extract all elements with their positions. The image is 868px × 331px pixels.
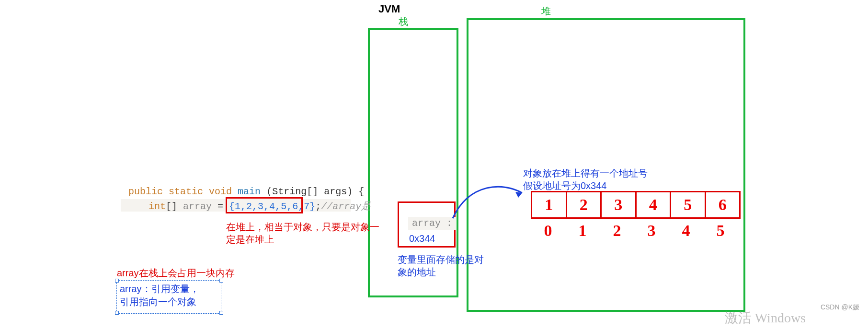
cell-2: 3 — [614, 196, 622, 214]
handle — [115, 279, 119, 283]
reference-dashed-box: array：引用变量， 引用指向一个对象 — [116, 280, 221, 314]
stack-store-2: 象的地址 — [398, 266, 436, 279]
idx-0: 0 — [544, 222, 552, 239]
csdn-watermark: CSDN @K嫒 — [821, 303, 859, 312]
handle — [219, 311, 223, 315]
windows-watermark: 激活 Windows — [725, 309, 806, 327]
brackets: [] — [166, 201, 177, 212]
ref-note-2: 引用指向一个对象 — [120, 296, 218, 308]
idx-4: 4 — [682, 222, 690, 239]
close-brace: } — [309, 201, 315, 212]
type-int: int — [148, 201, 166, 212]
jvm-label: JVM — [378, 3, 400, 15]
kw-void: void — [209, 186, 232, 197]
cell-0: 1 — [545, 196, 553, 214]
idx-1: 1 — [579, 222, 587, 239]
heap-obj-note-2: 假设地址号为0x344 — [523, 179, 607, 192]
heap-obj-note-1: 对象放在堆上得有一个地址号 — [523, 167, 648, 180]
idx-2: 2 — [613, 222, 621, 239]
var-array: array — [183, 201, 212, 212]
params: (String[] args) { — [266, 186, 364, 197]
heap-index-row: 0 1 2 3 4 5 — [531, 222, 738, 240]
stack-store-1: 变量里面存储的是对 — [398, 253, 484, 266]
comment: //array是 — [321, 201, 371, 212]
stack-label: 栈 — [399, 15, 408, 28]
stack-var-name: array : — [408, 217, 456, 230]
method-main: main — [238, 186, 261, 197]
idx-5: 5 — [717, 222, 725, 239]
cell-4: 5 — [684, 196, 692, 214]
cell-5: 6 — [719, 196, 727, 214]
ref-note-1: array：引用变量， — [120, 283, 218, 296]
literal-red-box — [226, 197, 303, 213]
kw-public: public — [128, 186, 163, 197]
heap-note-1: 在堆上，相当于对象，只要是对象一 — [226, 221, 379, 234]
handle — [115, 311, 119, 315]
cell-3: 4 — [649, 196, 657, 214]
heap-label: 堆 — [541, 5, 551, 18]
handle — [219, 279, 223, 283]
code-line-1: public static void main (String[] args) … — [128, 186, 364, 197]
heap-array-row: 1 2 3 4 5 6 — [531, 191, 741, 219]
stack-var-addr: 0x344 — [409, 233, 435, 244]
semi: ; — [315, 201, 321, 212]
heap-region — [467, 18, 745, 312]
cell-1: 2 — [580, 196, 588, 214]
heap-note-2: 定是在堆上 — [226, 233, 274, 246]
idx-3: 3 — [648, 222, 656, 239]
kw-static: static — [169, 186, 203, 197]
stack-usage-note: array在栈上会占用一块内存 — [117, 267, 235, 280]
arrow-stack-to-heap — [450, 177, 532, 230]
